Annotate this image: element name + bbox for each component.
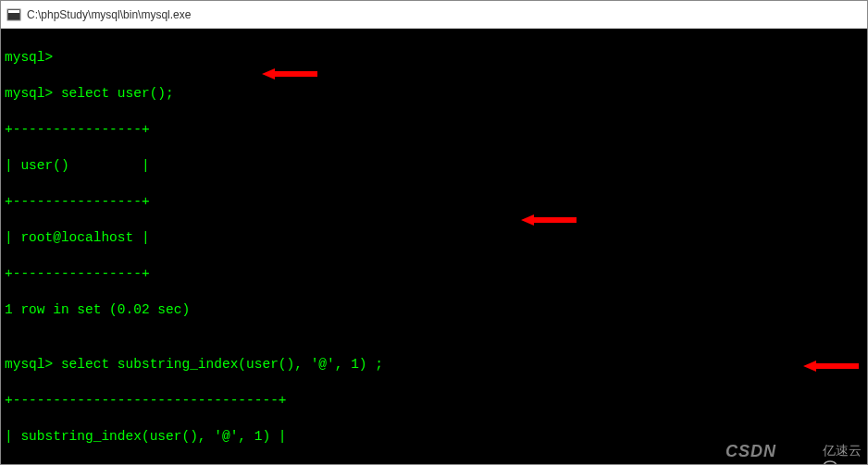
watermark-csdn: CSDN — [725, 440, 776, 462]
console-window: C:\phpStudy\mysql\bin\mysql.exe mysql> m… — [0, 0, 868, 465]
table-border: +----------------+ — [5, 121, 863, 140]
svg-marker-2 — [262, 68, 317, 80]
table-border: +----------------+ — [5, 193, 863, 212]
watermark: CSDN 亿速云 — [725, 440, 862, 462]
table-border: +----------------+ — [5, 265, 863, 284]
query-line: mysql> select substring_index(user(), '@… — [5, 356, 863, 374]
window-title: C:\phpStudy\mysql\bin\mysql.exe — [27, 8, 191, 21]
titlebar[interactable]: C:\phpStudy\mysql\bin\mysql.exe — [1, 1, 867, 29]
svg-marker-3 — [521, 214, 577, 226]
table-header: | user() | — [5, 157, 863, 176]
timing-line: 1 row in set (0.02 sec) — [5, 301, 863, 320]
svg-rect-1 — [8, 10, 19, 13]
table-border: +---------------------------------+ — [5, 392, 863, 410]
prompt-line: mysql> — [5, 49, 863, 67]
annotation-arrow-icon — [755, 341, 811, 354]
watermark-brand: 亿速云 — [823, 442, 862, 459]
query-line: mysql> select user(); — [5, 85, 863, 104]
table-row: | root@localhost | — [5, 229, 863, 248]
cloud-icon — [789, 442, 817, 460]
terminal-output[interactable]: mysql> mysql> select user(); +----------… — [1, 29, 867, 464]
app-icon — [6, 7, 21, 22]
